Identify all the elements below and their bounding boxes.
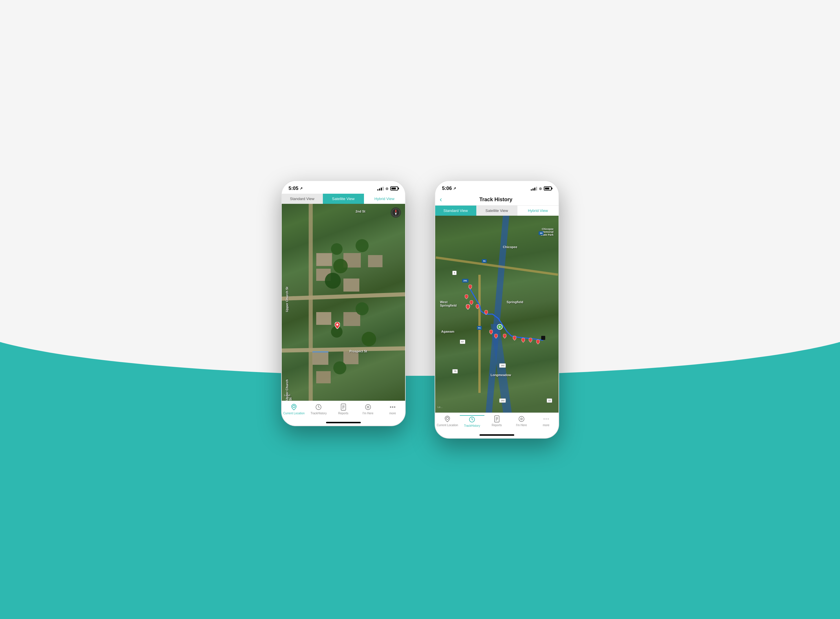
battery-icon-2 <box>544 187 552 190</box>
springfield-map: + ChicopeeMemorialState Park Chicopee We… <box>435 216 559 413</box>
dots-nav-icon-2 <box>543 415 550 423</box>
route-192-shield: 192 <box>499 363 506 368</box>
route-57-shield: 57 <box>460 339 465 344</box>
circle-nav-icon-1 <box>364 403 372 411</box>
signal-icon-2 <box>531 187 537 190</box>
highway-91-shield-top: 91 <box>482 259 487 263</box>
svg-point-24 <box>544 419 544 420</box>
end-marker <box>541 336 545 340</box>
phone-1: 5:05 ↗ ⊛ Standard View Satellite View Hy… <box>281 180 406 426</box>
pin-7 <box>489 330 493 336</box>
status-icons-1: ⊛ <box>377 187 398 191</box>
nav-track-history-1[interactable]: TrackHistory <box>306 403 331 415</box>
map-tabs-2: Standard View Satellite View Hybrid View <box>435 206 559 216</box>
building-5 <box>368 255 383 267</box>
building-9 <box>316 371 331 383</box>
tab-standard-view-1[interactable]: Standard View <box>282 194 323 204</box>
bottom-nav-1: Current Location TrackHistory <box>282 401 405 421</box>
nav-label-more-1: more <box>389 412 396 415</box>
route-192-shield-2: 192 <box>499 398 506 403</box>
nav-reports-2[interactable]: Reports <box>484 415 509 427</box>
building-solar <box>312 351 328 365</box>
clock-nav-icon-2 <box>468 416 476 423</box>
tree-4 <box>325 273 341 289</box>
highway-291-shield: 291 <box>462 279 468 283</box>
building-7 <box>344 312 360 326</box>
pin-5 <box>476 304 479 310</box>
svg-point-5 <box>293 405 295 408</box>
map-area-2[interactable]: + ChicopeeMemorialState Park Chicopee We… <box>435 216 559 413</box>
svg-point-14 <box>392 407 393 408</box>
nav-reports-1[interactable]: Reports <box>331 403 356 415</box>
location-nav-icon <box>290 403 297 411</box>
nav-im-here-1[interactable]: I'm Here <box>356 403 380 415</box>
svg-point-12 <box>367 406 369 408</box>
time-display-2: 5:06 ↗ <box>442 185 456 191</box>
route-75-shield: 75 <box>452 369 458 374</box>
satellite-map-1: 2nd St Upper Church St Prospect St Upper… <box>282 204 405 401</box>
tab-satellite-view-2[interactable]: Satellite View <box>476 206 517 216</box>
tab-hybrid-view-2[interactable]: Hybrid View <box>517 206 559 216</box>
pin-3 <box>470 300 473 306</box>
nav-more-2[interactable]: more <box>534 415 558 427</box>
tab-satellite-view-1[interactable]: Satellite View <box>323 194 364 204</box>
svg-text:N: N <box>395 209 396 211</box>
tree-1 <box>331 243 342 255</box>
location-nav-icon-2 <box>444 415 451 423</box>
status-bar-2: 5:06 ↗ ⊛ <box>435 181 559 194</box>
building-4 <box>344 278 359 292</box>
green-plus-marker: + <box>497 324 503 330</box>
nav-label-im-here-2: I'm Here <box>516 423 527 427</box>
route-5-shield: 5 <box>452 271 456 275</box>
back-button[interactable]: ‹ <box>440 196 442 203</box>
nav-more-1[interactable]: more <box>380 403 405 415</box>
nav-current-location[interactable]: Current Location <box>282 403 306 415</box>
nav-label-current-location-2: Current Location <box>436 423 458 427</box>
highway-90-shield: 90 <box>538 231 544 235</box>
location-pin-1 <box>335 322 340 330</box>
building-1 <box>316 253 332 266</box>
tab-standard-view-2[interactable]: Standard View <box>435 206 476 216</box>
phones-container: 5:05 ↗ ⊛ Standard View Satellite View Hy… <box>281 180 559 439</box>
nav-label-track-history-2: TrackHistory <box>464 424 480 427</box>
map-tabs-1: Standard View Satellite View Hybrid View <box>282 194 405 204</box>
nav-label-im-here-1: I'm Here <box>363 412 373 415</box>
route-svg <box>435 216 559 413</box>
tab-hybrid-view-1[interactable]: Hybrid View <box>364 194 405 204</box>
time-text-1: 5:05 <box>289 185 299 191</box>
nav-label-reports-1: Reports <box>338 412 348 415</box>
svg-point-26 <box>547 419 549 420</box>
pin-1 <box>468 285 472 290</box>
svg-point-23 <box>521 418 522 420</box>
route-22-shield: 22 <box>547 398 552 403</box>
building-8 <box>344 351 359 364</box>
track-history-title: Track History <box>445 197 547 203</box>
nav-label-more-2: more <box>543 423 550 427</box>
nav-label-track-history-1: TrackHistory <box>310 412 327 415</box>
signal-icon-1 <box>377 187 384 190</box>
pin-4 <box>466 304 470 311</box>
map-area-1[interactable]: 2nd St Upper Church St Prospect St Upper… <box>282 204 405 401</box>
location-arrow-2: ↗ <box>453 187 456 190</box>
svg-point-11 <box>365 404 371 410</box>
nav-current-location-2[interactable]: Current Location <box>435 415 460 427</box>
nav-im-here-2[interactable]: I'm Here <box>509 415 534 427</box>
pin-11 <box>522 338 525 344</box>
highway-91-shield-bottom: 91 <box>477 326 482 330</box>
dots-nav-icon-1 <box>389 403 396 411</box>
road-vertical-1 <box>309 204 313 401</box>
pin-9 <box>503 334 507 339</box>
svg-point-22 <box>519 416 524 422</box>
home-indicator-2 <box>480 434 514 436</box>
status-icons-2: ⊛ <box>531 187 552 191</box>
track-history-header: ‹ Track History <box>435 194 559 206</box>
clock-nav-icon-1 <box>315 403 322 411</box>
phone-2: 5:06 ↗ ⊛ ‹ Track History Standard View S… <box>435 180 559 439</box>
time-text-2: 5:06 <box>442 185 452 191</box>
document-nav-icon-1 <box>340 403 347 411</box>
svg-point-13 <box>390 407 391 408</box>
pin-2 <box>465 295 468 300</box>
nav-label-current-location: Current Location <box>283 412 305 415</box>
nav-track-history-2[interactable]: TrackHistory <box>460 415 484 427</box>
svg-point-4 <box>336 324 338 326</box>
